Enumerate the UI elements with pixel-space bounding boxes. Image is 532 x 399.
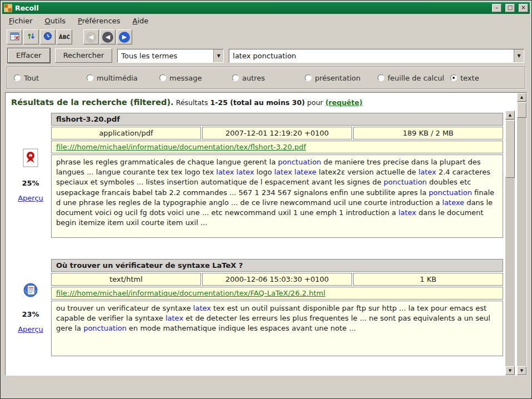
highlighted-term: latex xyxy=(398,208,416,217)
result-url-cell: file:///home/michael/informatique/docume… xyxy=(51,287,503,300)
html-icon xyxy=(22,282,39,300)
snippet-text: ou trouver un verificateur de syntaxe xyxy=(56,304,193,312)
query-history-icon xyxy=(43,32,52,42)
result-title: Où trouver un vérificateur de syntaxe La… xyxy=(51,259,503,272)
scroll-up-icon[interactable]: ▲ xyxy=(517,93,526,102)
filter-label: message xyxy=(169,74,202,82)
next-page-icon: ▶ xyxy=(119,32,130,43)
term-explorer-button[interactable]: ÂBĈ xyxy=(57,29,72,44)
results-panel-scrollbar[interactable]: ▲ ▼ xyxy=(517,93,526,375)
search-input[interactable] xyxy=(229,49,524,63)
preview-link[interactable]: Aperçu xyxy=(18,194,43,202)
filter-label: autres xyxy=(242,74,265,82)
menu-bar: Fichier Outils Préférences Aide xyxy=(2,14,530,28)
back-icon: ◀ xyxy=(86,32,97,43)
snippet-text: phrase les regles grammaticales de chaqu… xyxy=(56,158,278,166)
result-row-2: 23% Aperçu Où trouver un vérificateur de… xyxy=(10,259,503,356)
highlighted-term: latex xyxy=(193,304,211,312)
menu-preferences[interactable]: Préférences xyxy=(76,16,122,26)
highlighted-term: ponctuation xyxy=(384,178,427,186)
highlighted-term: ponctuation xyxy=(429,188,472,197)
result-url-link[interactable]: file:///home/michael/informatique/docume… xyxy=(56,143,306,151)
filter-tout[interactable]: Tout xyxy=(14,74,87,82)
scrollbar-thumb[interactable] xyxy=(517,102,526,118)
back-button[interactable]: ◀ xyxy=(83,29,99,44)
filter-feuille-de-calcul[interactable]: feuille de calcul xyxy=(378,74,450,82)
clear-button[interactable]: Effacer xyxy=(8,48,50,63)
filter-texte[interactable]: texte xyxy=(450,74,523,82)
filter-message[interactable]: message xyxy=(159,74,232,82)
filter-autres[interactable]: autres xyxy=(232,74,305,82)
result-2-table: Où trouver un vérificateur de syntaxe La… xyxy=(51,259,503,356)
next-page-button[interactable]: ▶ xyxy=(117,29,132,44)
query-wrap: ▼ xyxy=(229,49,524,63)
filter-label: Tout xyxy=(24,74,39,82)
search-mode-select[interactable]: Tous les termes ▼ xyxy=(117,49,224,63)
results-pour: pour xyxy=(307,98,323,107)
menu-fichier[interactable]: Fichier xyxy=(7,16,35,26)
query-history-button[interactable] xyxy=(40,29,56,44)
result-date: 2007-12-01 12:19:20 +0100 xyxy=(202,127,352,139)
result-2-icon-col: 23% Aperçu xyxy=(10,259,51,356)
term-explorer-icon: ÂBĈ xyxy=(59,34,70,40)
chevron-down-icon: ▼ xyxy=(213,49,223,62)
toolbar: ÂBĈ ◀ ◀ ▶ xyxy=(2,28,530,46)
preview-link[interactable]: Aperçu xyxy=(18,325,43,333)
highlighted-term: ponctuation xyxy=(278,158,322,166)
maximize-button[interactable]: □ xyxy=(505,4,515,12)
minimize-button[interactable]: – xyxy=(492,4,501,12)
result-meta-row: application/pdf 2007-12-01 12:19:20 +010… xyxy=(51,127,503,139)
results-list-scrollbar[interactable]: ▲ ▼ xyxy=(505,111,515,375)
result-url-link[interactable]: file:///home/michael/informatique/docume… xyxy=(56,289,325,297)
pdf-icon xyxy=(22,148,39,169)
filter-label: feuille de calcul xyxy=(388,74,444,82)
query-link[interactable]: (requête) xyxy=(325,98,363,107)
sort-results-button[interactable] xyxy=(23,29,39,44)
highlighted-term: latex xyxy=(418,168,436,176)
results-panel: Résultats de la recherche (filtered). Ré… xyxy=(5,92,527,376)
clear-search-button[interactable] xyxy=(7,29,22,44)
radio-icon xyxy=(159,74,166,81)
menu-outils[interactable]: Outils xyxy=(43,16,68,26)
previous-page-button[interactable]: ◀ xyxy=(100,29,116,44)
highlighted-term: latex xyxy=(165,314,183,322)
radio-icon xyxy=(232,74,239,81)
query-history-dropdown[interactable]: ▼ xyxy=(514,49,524,62)
recoll-app-icon xyxy=(4,4,12,12)
snippet-text: latex2ε version actuelle de xyxy=(317,168,419,176)
highlighted-term: latexe xyxy=(442,198,464,207)
filter-presentation[interactable]: présentation xyxy=(305,74,378,82)
window-title: Recoll xyxy=(15,4,488,12)
result-meta-row: text/html 2000-12-06 15:03:30 +0100 1 KB xyxy=(51,273,503,286)
radio-icon xyxy=(87,74,93,81)
results-title: Résultats de la recherche (filtered). xyxy=(11,98,174,107)
scroll-down-icon[interactable]: ▼ xyxy=(505,366,515,375)
highlighted-term: ponctuation xyxy=(83,324,127,332)
search-mode-value: Tous les termes xyxy=(118,52,213,60)
scrollbar-thumb[interactable] xyxy=(505,120,515,178)
filter-multimedia[interactable]: multimédia xyxy=(87,74,159,82)
result-size: 1 KB xyxy=(353,273,503,286)
result-1-icon-col: 25% Aperçu xyxy=(10,113,51,238)
menu-aide[interactable]: Aide xyxy=(131,16,151,26)
result-1-table: flshort-3.20.pdf application/pdf 2007-12… xyxy=(51,113,503,238)
result-size: 189 KB / 2 MB xyxy=(353,127,503,139)
result-mime: application/pdf xyxy=(51,127,201,139)
filter-row: Tout multimédia message autres présentat… xyxy=(7,67,525,89)
scroll-down-icon[interactable]: ▼ xyxy=(517,366,526,375)
filter-label: texte xyxy=(460,74,479,82)
result-url-cell: file:///home/michael/informatique/docume… xyxy=(51,141,503,153)
result-row-1: 25% Aperçu flshort-3.20.pdf application/… xyxy=(10,113,503,238)
result-mime: text/html xyxy=(51,273,201,286)
results-list: 25% Aperçu flshort-3.20.pdf application/… xyxy=(6,111,517,375)
recoll-window: Recoll – □ × Fichier Outils Préférences … xyxy=(0,0,532,399)
search-row: Effacer Rechercher Tous les termes ▼ ▼ xyxy=(2,46,530,65)
search-button[interactable]: Rechercher xyxy=(55,48,113,63)
relevance-percent: 25% xyxy=(22,179,39,187)
sort-results-icon xyxy=(27,32,36,42)
close-button[interactable]: × xyxy=(519,4,528,12)
result-title: flshort-3.20.pdf xyxy=(51,113,503,126)
radio-icon xyxy=(450,74,457,81)
radio-icon xyxy=(305,74,312,81)
scroll-up-icon[interactable]: ▲ xyxy=(505,111,515,119)
